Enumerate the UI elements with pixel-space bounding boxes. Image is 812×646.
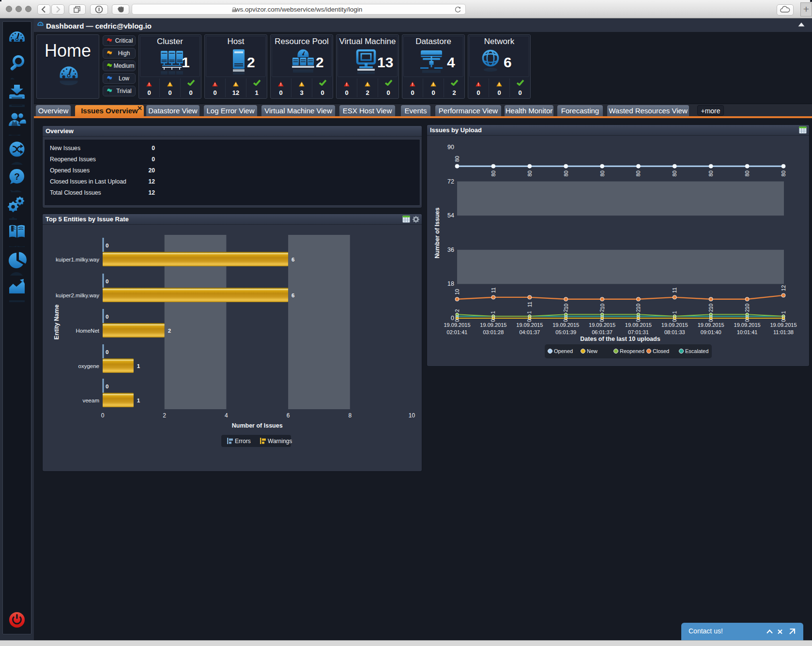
svg-text:0: 0 xyxy=(526,319,532,322)
svg-text:veeam: veeam xyxy=(82,398,99,403)
svg-text:0: 0 xyxy=(672,319,677,322)
svg-text:90: 90 xyxy=(447,144,454,151)
svg-text:08:01:33: 08:01:33 xyxy=(664,329,685,335)
svg-text:11:01:38: 11:01:38 xyxy=(773,329,794,335)
svg-text:07:01:31: 07:01:31 xyxy=(628,329,649,335)
svg-text:0: 0 xyxy=(106,278,108,284)
svg-text:0: 0 xyxy=(106,349,108,355)
svg-text:19.09.2015: 19.09.2015 xyxy=(480,322,506,328)
svg-text:80: 80 xyxy=(490,170,496,176)
svg-text:Reopened: Reopened xyxy=(620,348,644,354)
svg-text:19.09.2015: 19.09.2015 xyxy=(770,322,797,328)
svg-text:19.09.2015: 19.09.2015 xyxy=(625,322,652,328)
svg-text:06:01:37: 06:01:37 xyxy=(592,329,613,335)
svg-text:6: 6 xyxy=(291,257,294,262)
svg-text:0: 0 xyxy=(744,319,750,322)
svg-text:80: 80 xyxy=(527,170,533,176)
svg-text:0: 0 xyxy=(708,319,714,322)
svg-text:12: 12 xyxy=(781,285,786,291)
svg-text:09:01:40: 09:01:40 xyxy=(701,329,721,335)
svg-text:0: 0 xyxy=(781,319,786,322)
svg-text:19.09.2015: 19.09.2015 xyxy=(444,322,470,328)
svg-text:80: 80 xyxy=(635,170,641,176)
svg-text:10:01:41: 10:01:41 xyxy=(737,329,758,335)
svg-text:80: 80 xyxy=(672,170,677,176)
svg-text:1: 1 xyxy=(526,311,532,314)
svg-text:1: 1 xyxy=(137,363,140,369)
svg-text:18: 18 xyxy=(447,280,454,287)
svg-text:10: 10 xyxy=(635,304,641,309)
svg-text:19.09.2015: 19.09.2015 xyxy=(734,322,761,328)
svg-text:2: 2 xyxy=(708,309,714,312)
svg-text:6: 6 xyxy=(291,292,294,298)
svg-text:2: 2 xyxy=(168,328,171,334)
svg-text:Escalated: Escalated xyxy=(685,348,708,354)
svg-text:?: ? xyxy=(14,171,20,182)
svg-text:80: 80 xyxy=(563,170,569,176)
svg-text:0: 0 xyxy=(563,319,568,322)
svg-text:19.09.2015: 19.09.2015 xyxy=(698,322,724,328)
svg-text:11: 11 xyxy=(490,287,496,292)
svg-text:1: 1 xyxy=(781,311,786,314)
svg-text:02:01:41: 02:01:41 xyxy=(447,329,468,335)
svg-text:0: 0 xyxy=(635,319,641,322)
svg-text:19.09.2015: 19.09.2015 xyxy=(661,322,688,328)
svg-text:10: 10 xyxy=(708,304,714,309)
svg-text:0: 0 xyxy=(101,412,105,419)
svg-text:80: 80 xyxy=(781,170,786,176)
svg-text:11: 11 xyxy=(527,302,533,307)
svg-text:4: 4 xyxy=(225,412,228,419)
svg-text:19.09.2015: 19.09.2015 xyxy=(589,322,615,328)
svg-text:Number of Issues: Number of Issues xyxy=(434,208,441,259)
svg-text:1: 1 xyxy=(672,311,677,314)
svg-text:80: 80 xyxy=(454,156,460,162)
svg-text:2: 2 xyxy=(635,309,641,312)
svg-text:19.09.2015: 19.09.2015 xyxy=(516,322,543,328)
svg-text:oxygene: oxygene xyxy=(78,363,99,369)
svg-text:8: 8 xyxy=(348,412,352,419)
svg-text:0: 0 xyxy=(106,243,108,248)
svg-text:Warnings: Warnings xyxy=(268,438,292,445)
svg-text:0: 0 xyxy=(106,384,108,389)
svg-text:72: 72 xyxy=(447,178,454,185)
svg-text:05:01:39: 05:01:39 xyxy=(555,329,576,335)
svg-text:2: 2 xyxy=(454,309,460,312)
svg-text:2: 2 xyxy=(163,412,166,419)
svg-text:10: 10 xyxy=(409,412,415,419)
svg-text:2: 2 xyxy=(563,309,568,312)
svg-text:10: 10 xyxy=(599,304,605,309)
svg-text:0: 0 xyxy=(490,319,496,322)
svg-text:Number of Issues: Number of Issues xyxy=(232,422,283,429)
svg-text:04:01:37: 04:01:37 xyxy=(519,329,540,335)
svg-text:2: 2 xyxy=(599,309,605,312)
svg-text:Dates of the last 10 uploads: Dates of the last 10 uploads xyxy=(580,336,660,342)
svg-text:HomeNet: HomeNet xyxy=(76,328,99,334)
svg-text:0: 0 xyxy=(599,319,605,322)
svg-text:kuiper1.milky.way: kuiper1.milky.way xyxy=(56,257,99,262)
svg-text:kuiper2.milky.way: kuiper2.milky.way xyxy=(56,292,99,298)
svg-text:1: 1 xyxy=(490,311,496,314)
svg-text:11: 11 xyxy=(672,287,677,292)
svg-text:0: 0 xyxy=(454,319,460,322)
svg-text:Errors: Errors xyxy=(235,438,251,445)
svg-text:54: 54 xyxy=(447,212,454,219)
svg-text:2: 2 xyxy=(744,309,750,312)
svg-text:36: 36 xyxy=(447,246,454,253)
svg-text:Opened: Opened xyxy=(554,348,573,354)
svg-text:6: 6 xyxy=(287,412,290,419)
svg-text:80: 80 xyxy=(744,170,750,176)
svg-text:Closed: Closed xyxy=(653,348,669,354)
svg-text:80: 80 xyxy=(599,170,605,176)
svg-text:80: 80 xyxy=(708,170,714,176)
svg-text:03:01:28: 03:01:28 xyxy=(483,329,504,335)
svg-text:0: 0 xyxy=(106,314,108,320)
svg-text:10: 10 xyxy=(563,304,569,309)
svg-text:10: 10 xyxy=(454,289,460,295)
svg-text:New: New xyxy=(587,348,598,354)
svg-text:10: 10 xyxy=(744,304,750,309)
svg-text:1: 1 xyxy=(137,398,140,403)
svg-text:19.09.2015: 19.09.2015 xyxy=(552,322,579,328)
svg-text:Entity Name: Entity Name xyxy=(53,305,60,339)
